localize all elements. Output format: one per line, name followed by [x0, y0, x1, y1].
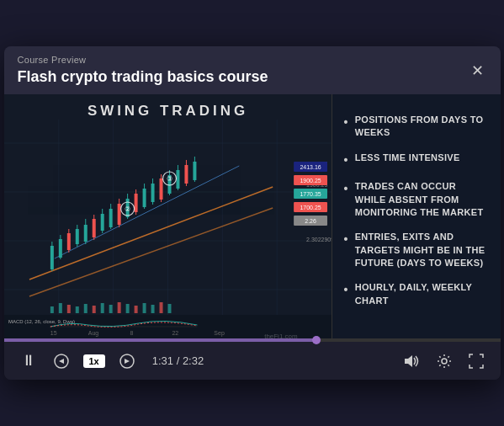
progress-bar-fill[interactable] [4, 338, 317, 342]
bullets-panel: •POSITIONS FROM DAYS TO WEEKS•LESS TIME … [332, 94, 501, 338]
bullet-dot: • [344, 114, 348, 131]
svg-rect-55 [58, 303, 61, 313]
svg-rect-62 [117, 302, 120, 313]
svg-text:MACD (12, 26, close, 9, Dwa): MACD (12, 26, close, 9, Dwa) [8, 319, 74, 324]
bullet-text: LESS TIME INTENSIVE [355, 152, 460, 164]
bullet-item: •ENTRIES, EXITS AND TARGETS MIGHT BE IN … [344, 231, 489, 269]
svg-rect-57 [75, 306, 78, 313]
speed-badge[interactable]: 1x [83, 354, 105, 368]
video-container: 2413.16 1900.25 1770.35 1700.25 2.302290… [4, 94, 501, 342]
chart-side: 2413.16 1900.25 1770.35 1700.25 2.302290… [4, 94, 332, 338]
video-content: 2413.16 1900.25 1770.35 1700.25 2.302290… [4, 94, 501, 338]
course-title: Flash crypto trading basics course [18, 68, 268, 86]
svg-text:2413.16: 2413.16 [300, 164, 321, 170]
svg-text:②: ② [124, 205, 130, 213]
time-display: 1:31 / 2:32 [152, 354, 204, 367]
svg-rect-64 [134, 306, 137, 313]
svg-rect-54 [50, 306, 53, 313]
svg-rect-66 [151, 305, 154, 313]
svg-marker-95 [405, 355, 412, 367]
svg-text:Aug: Aug [88, 330, 98, 337]
bullets-list: •POSITIONS FROM DAYS TO WEEKS•LESS TIME … [344, 114, 489, 320]
svg-text:1900.25: 1900.25 [300, 178, 321, 184]
swing-trading-panel: 2413.16 1900.25 1770.35 1700.25 2.302290… [4, 94, 501, 338]
bullet-dot: • [344, 282, 348, 299]
svg-text:2.3022909: 2.3022909 [306, 237, 332, 242]
course-preview-modal: Course Preview Flash crypto trading basi… [4, 46, 501, 380]
pause-button[interactable]: ⏸ [18, 349, 40, 373]
svg-text:③: ③ [166, 175, 172, 183]
volume-button[interactable] [400, 350, 423, 372]
fullscreen-button[interactable] [465, 350, 487, 372]
svg-rect-65 [142, 303, 146, 313]
bullet-dot: • [344, 181, 348, 198]
svg-text:Sep: Sep [214, 330, 225, 337]
svg-rect-67 [159, 302, 162, 313]
svg-rect-68 [167, 304, 171, 313]
course-preview-label: Course Preview [18, 55, 268, 65]
svg-text:15: 15 [50, 330, 56, 336]
svg-text:8: 8 [130, 330, 133, 336]
bullet-item: •POSITIONS FROM DAYS TO WEEKS [344, 114, 489, 140]
forward-button[interactable] [115, 349, 139, 373]
bullet-text: TRADES CAN OCCUR WHILE ABSENT FROM MONIT… [355, 180, 489, 219]
bullet-item: •HOURLY, DAILY, WEEKLY CHART [344, 281, 489, 307]
svg-rect-60 [100, 303, 103, 313]
bullet-text: HOURLY, DAILY, WEEKLY CHART [355, 281, 489, 307]
header-left: Course Preview Flash crypto trading basi… [18, 55, 268, 86]
bullet-text: POSITIONS FROM DAYS TO WEEKS [355, 114, 489, 140]
bullet-item: •TRADES CAN OCCUR WHILE ABSENT FROM MONI… [344, 180, 489, 219]
rewind-icon [53, 353, 70, 370]
svg-text:1770.35: 1770.35 [300, 191, 321, 197]
settings-icon [437, 354, 452, 369]
progress-bar-container[interactable] [4, 338, 501, 342]
progress-dot[interactable] [312, 336, 321, 344]
bullet-text: ENTRIES, EXITS AND TARGETS MIGHT BE IN T… [355, 231, 489, 269]
close-button[interactable]: ✕ [468, 60, 487, 82]
svg-text:22: 22 [172, 330, 178, 336]
modal-header: Course Preview Flash crypto trading basi… [4, 46, 501, 94]
svg-rect-59 [92, 306, 95, 313]
bullet-item: •LESS TIME INTENSIVE [344, 152, 489, 169]
volume-icon [403, 354, 420, 369]
chart-background: 2413.16 1900.25 1770.35 1700.25 2.302290… [4, 94, 332, 338]
rewind-button[interactable] [50, 349, 73, 373]
controls-bar: ⏸ 1x 1:31 / 2:32 [4, 342, 501, 380]
svg-rect-58 [83, 304, 87, 313]
svg-text:theFi1.com: theFi1.com [264, 333, 298, 338]
bullet-dot: • [344, 152, 348, 169]
svg-rect-63 [125, 304, 129, 313]
svg-rect-61 [109, 305, 112, 313]
fullscreen-icon [469, 354, 484, 369]
svg-text:1700.25: 1700.25 [300, 205, 321, 210]
svg-rect-56 [66, 305, 70, 313]
bullet-dot: • [344, 232, 348, 248]
svg-text:2.26: 2.26 [305, 218, 316, 224]
chart-svg: 2413.16 1900.25 1770.35 1700.25 2.302290… [4, 94, 332, 338]
svg-point-96 [442, 359, 447, 364]
settings-button[interactable] [433, 350, 455, 372]
svg-text:SWING TRADING: SWING TRADING [87, 103, 247, 119]
forward-icon [119, 353, 135, 370]
